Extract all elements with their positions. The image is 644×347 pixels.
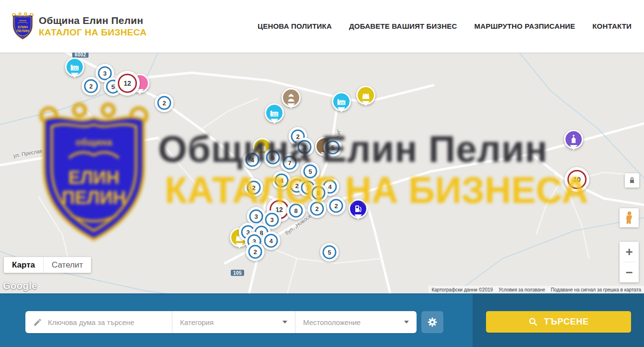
cluster-marker[interactable]: 5 bbox=[320, 243, 339, 262]
street-view-pegman-button[interactable] bbox=[620, 208, 639, 227]
search-group: Категория Местоположение bbox=[25, 311, 417, 333]
cluster-count: 2 bbox=[329, 199, 343, 213]
road-number-badge: 105 bbox=[231, 270, 244, 276]
street-label: ул. Преслав bbox=[13, 148, 43, 159]
cluster-count: 5 bbox=[323, 246, 337, 259]
page: община ЕЛИН ПЕЛИН Община Елин Пелин КАТА… bbox=[0, 0, 644, 347]
attribution-copyright: Картографски данни ©2019 bbox=[429, 287, 496, 292]
cluster-count: 5 bbox=[304, 165, 317, 179]
keyword-section bbox=[25, 311, 172, 333]
cluster-marker[interactable]: 12 bbox=[115, 71, 140, 96]
cluster-marker[interactable]: 10 bbox=[565, 167, 589, 192]
cluster-count: 2 bbox=[158, 96, 171, 110]
cluster-count: 12 bbox=[118, 74, 137, 93]
gear-icon bbox=[427, 316, 438, 328]
search-bar: Категория Местоположение bbox=[0, 293, 644, 347]
cluster-marker[interactable]: 4 bbox=[243, 151, 262, 169]
category-pin-worker[interactable] bbox=[282, 88, 301, 107]
main-nav: ЦЕНОВА ПОЛИТИКА ДОБАВЕТЕ ВАШИЯТ БИЗНЕС М… bbox=[258, 22, 632, 30]
location-select[interactable]: Местоположение bbox=[295, 311, 417, 333]
category-select[interactable]: Категория bbox=[172, 311, 295, 333]
cluster-count: 2 bbox=[247, 181, 261, 195]
site-title: Община Елин Пелин bbox=[39, 15, 147, 26]
cluster-marker[interactable]: 5 bbox=[324, 138, 342, 157]
cluster-count: 2 bbox=[310, 202, 324, 216]
search-button[interactable]: ТЪРСЕНЕ bbox=[486, 311, 631, 333]
map-type-control: Карта Сателит bbox=[4, 257, 91, 273]
category-select-label: Категория bbox=[180, 318, 214, 326]
category-pin-factory[interactable] bbox=[65, 57, 84, 77]
category-pin-church[interactable] bbox=[564, 130, 583, 149]
location-select-label: Местоположение bbox=[303, 318, 361, 326]
marker-layer: 3251222356475427428128223338342510600210… bbox=[0, 53, 644, 293]
category-pin-factory[interactable] bbox=[332, 92, 351, 111]
nav-pricing-policy[interactable]: ЦЕНОВА ПОЛИТИКА bbox=[258, 22, 332, 30]
category-pin-factory[interactable] bbox=[265, 103, 284, 123]
cluster-marker[interactable]: 2 bbox=[246, 243, 265, 261]
search-button-label: ТЪРСЕНЕ bbox=[544, 317, 589, 327]
zoom-control: + − bbox=[620, 242, 639, 282]
road-number-badge: 6002 bbox=[72, 53, 89, 58]
category-pin-bag[interactable] bbox=[356, 86, 375, 105]
cluster-count: 8 bbox=[312, 186, 326, 200]
cluster-count: 4 bbox=[275, 174, 289, 188]
cluster-marker[interactable]: 2 bbox=[308, 200, 327, 218]
cluster-marker[interactable]: 7 bbox=[281, 154, 299, 172]
cluster-marker[interactable]: 3 bbox=[295, 138, 314, 157]
nav-route-schedule[interactable]: МАРШРУТНО РАЗПИСАНИЕ bbox=[474, 22, 575, 30]
chevron-down-icon bbox=[282, 321, 287, 324]
lock-button[interactable] bbox=[625, 173, 639, 188]
cluster-count: 7 bbox=[283, 156, 297, 170]
attribution-report-link[interactable]: Подаване на сигнал за грешка в картата bbox=[548, 287, 644, 292]
cluster-count: 4 bbox=[246, 153, 260, 167]
site-logo[interactable]: община ЕЛИН ПЕЛИН Община Елин Пелин КАТА… bbox=[11, 11, 147, 41]
keyword-search-input[interactable] bbox=[48, 318, 172, 326]
svg-text:община: община bbox=[19, 19, 27, 22]
svg-text:ПЕЛИН: ПЕЛИН bbox=[16, 29, 29, 33]
zoom-in-button[interactable]: + bbox=[620, 242, 639, 262]
lock-icon bbox=[629, 177, 635, 184]
nav-contacts[interactable]: КОНТАКТИ bbox=[592, 22, 632, 30]
zoom-out-button[interactable]: − bbox=[620, 262, 639, 282]
cluster-marker[interactable]: 2 bbox=[327, 197, 346, 215]
cluster-marker[interactable]: 2 bbox=[82, 77, 101, 96]
map-attribution: Картографски данни ©2019 Условия за полз… bbox=[429, 286, 644, 293]
cluster-count: 4 bbox=[264, 234, 278, 248]
attribution-terms-link[interactable]: Условия за ползване bbox=[496, 287, 548, 292]
site-subtitle: КАТАЛОГ НА БИЗНЕСА bbox=[39, 27, 147, 38]
street-label: ци“ bbox=[334, 129, 341, 137]
cluster-marker[interactable]: 4 bbox=[262, 232, 281, 250]
brand-text: Община Елин Пелин КАТАЛОГ НА БИЗНЕСА bbox=[39, 15, 147, 38]
cluster-marker[interactable]: 2 bbox=[245, 179, 263, 197]
pegman-icon bbox=[625, 211, 633, 224]
cluster-marker[interactable]: 8 bbox=[287, 201, 305, 220]
cluster-count: 2 bbox=[249, 245, 262, 259]
nav-add-business[interactable]: ДОБАВЕТЕ ВАШИЯТ БИЗНЕС bbox=[349, 22, 457, 30]
cluster-count: 3 bbox=[265, 213, 279, 227]
municipality-crest-icon: община ЕЛИН ПЕЛИН bbox=[11, 11, 34, 41]
map-type-map-button[interactable]: Карта bbox=[4, 257, 43, 273]
map-canvas[interactable]: 3251222356475427428128223338342510600210… bbox=[0, 53, 644, 293]
advanced-settings-button[interactable] bbox=[421, 311, 443, 333]
cluster-marker[interactable]: 6 bbox=[264, 148, 282, 167]
cluster-count: 3 bbox=[249, 210, 263, 224]
cluster-count: 10 bbox=[567, 170, 587, 189]
cluster-count: 2 bbox=[84, 79, 98, 93]
svg-text:ЕЛИН: ЕЛИН bbox=[18, 25, 28, 29]
cluster-marker[interactable]: 2 bbox=[155, 94, 174, 112]
cluster-marker[interactable]: 5 bbox=[301, 162, 320, 181]
pencil-icon bbox=[33, 318, 42, 327]
cluster-count: 6 bbox=[266, 151, 280, 165]
cluster-count: 5 bbox=[326, 141, 340, 155]
chevron-down-icon bbox=[404, 321, 409, 324]
category-pin-fuel[interactable] bbox=[349, 199, 368, 218]
google-logo[interactable]: Google bbox=[3, 280, 37, 291]
cluster-count: 3 bbox=[298, 140, 312, 154]
cluster-count: 8 bbox=[289, 204, 303, 218]
search-icon bbox=[528, 317, 538, 327]
header: община ЕЛИН ПЕЛИН Община Елин Пелин КАТА… bbox=[0, 0, 644, 53]
map-type-satellite-button[interactable]: Сателит bbox=[43, 257, 91, 273]
